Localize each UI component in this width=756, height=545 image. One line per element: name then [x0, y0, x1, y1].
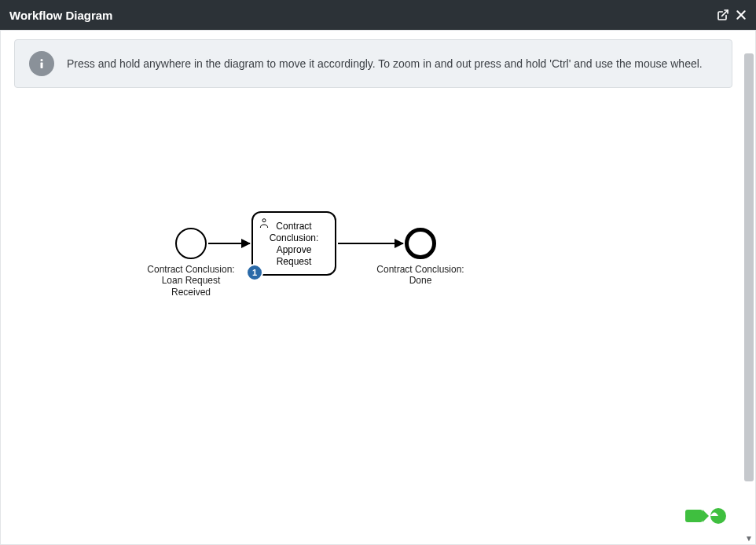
end-event-label: Contract Conclusion: Done	[373, 264, 468, 287]
sequence-flow	[208, 243, 250, 244]
dialog-title: Workflow Diagram	[9, 9, 112, 22]
svg-marker-7	[703, 510, 709, 522]
bpmn-logo	[685, 507, 728, 525]
svg-point-3	[41, 59, 43, 61]
user-task[interactable]: Contract Conclusion: Approve Request 1	[251, 211, 336, 276]
info-icon	[29, 51, 54, 76]
start-event[interactable]	[175, 228, 207, 259]
dialog-header: Workflow Diagram	[0, 0, 756, 30]
scroll-track[interactable]	[743, 44, 755, 515]
svg-point-5	[262, 219, 266, 222]
info-text: Press and hold anywhere in the diagram t…	[67, 57, 703, 70]
header-actions	[717, 9, 747, 21]
info-banner: Press and hold anywhere in the diagram t…	[14, 39, 732, 88]
svg-rect-4	[41, 63, 43, 69]
svg-rect-6	[685, 510, 703, 522]
task-instance-badge: 1	[246, 264, 263, 281]
sequence-flow	[338, 243, 403, 244]
scroll-down-icon[interactable]: ▼	[744, 534, 754, 543]
diagram-canvas[interactable]: Contract Conclusion: Loan Request Receiv…	[14, 88, 742, 512]
user-task-icon	[258, 217, 270, 232]
vertical-scrollbar[interactable]: ▲ ▼	[742, 30, 756, 545]
scroll-thumb[interactable]	[744, 53, 754, 481]
dialog-content: Press and hold anywhere in the diagram t…	[0, 30, 756, 545]
external-link-icon[interactable]	[717, 9, 729, 21]
close-icon[interactable]	[736, 9, 747, 20]
start-event-label: Contract Conclusion: Loan Request Receiv…	[144, 264, 238, 298]
svg-line-0	[722, 10, 728, 16]
end-event[interactable]	[405, 228, 436, 259]
